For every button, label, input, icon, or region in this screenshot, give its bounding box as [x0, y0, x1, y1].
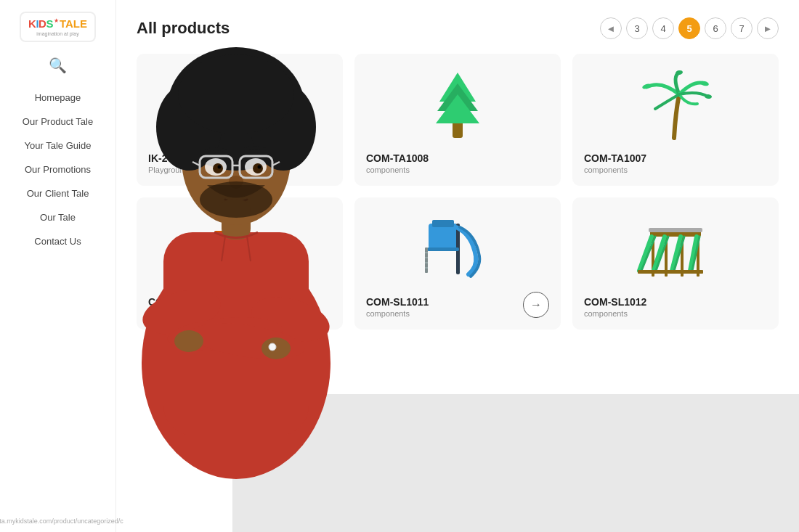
svg-rect-27: [432, 220, 454, 227]
product-category-com-sl1012: components: [584, 309, 628, 318]
card-arrow-button-sl1011[interactable]: →: [523, 292, 549, 318]
sidebar-item-our-product-tale[interactable]: Our Product Tale: [23, 110, 93, 134]
product-name-com-sl1012: COM-SL1012: [584, 296, 646, 308]
pagination-page-5[interactable]: 5: [678, 17, 700, 39]
product-category-ik2009: Playgrounds: [148, 165, 192, 174]
svg-point-48: [174, 330, 203, 352]
search-button[interactable]: 🔍: [49, 57, 67, 74]
pagination-page-4[interactable]: 4: [652, 17, 674, 39]
blue-slide-svg: [421, 213, 494, 285]
svg-rect-30: [425, 247, 428, 273]
bottom-bar: [232, 394, 799, 532]
pagination-page-3[interactable]: 3: [626, 17, 648, 39]
product-name-hidden: CO...: [148, 296, 172, 308]
playground-svg: [203, 73, 276, 138]
svg-point-11: [232, 78, 240, 87]
hidden-product-svg: [211, 220, 269, 278]
product-name-com-ta1008: COM-TA1008: [366, 152, 429, 164]
search-container[interactable]: 🔍: [49, 57, 67, 74]
product-card-ik2009[interactable]: IK-2009 Playgrounds: [137, 54, 343, 186]
product-category-hidden: co...: [148, 309, 163, 318]
product-image-hidden: [148, 209, 331, 289]
sidebar-item-contact-us[interactable]: Contact Us: [23, 229, 93, 253]
product-card-com-sl1011[interactable]: COM-SL1011 components →: [354, 197, 561, 330]
prev-arrow-icon: ◄: [607, 23, 616, 34]
product-card-hidden[interactable]: CO... co...: [137, 197, 343, 330]
product-image-com-sl1011: [366, 209, 549, 289]
product-category-com-ta1008: components: [366, 165, 410, 174]
arrow-right-icon: →: [530, 298, 542, 311]
pagination-prev[interactable]: ◄: [600, 17, 622, 39]
svg-rect-2: [261, 102, 264, 131]
palm-svg: [639, 69, 712, 142]
tree-svg: [429, 69, 487, 142]
sidebar-item-our-promotions[interactable]: Our Promotions: [23, 157, 93, 181]
svg-rect-40: [649, 228, 702, 232]
product-image-com-ta1008: [366, 65, 549, 145]
pagination: ◄ 3 4 5 6 7 ►: [600, 17, 779, 39]
svg-rect-29: [427, 247, 459, 251]
sidebar: KIDS ★ TALE imagination at play 🔍 Homepa…: [0, 0, 116, 532]
sidebar-item-your-tale-guide[interactable]: Your Tale Guide: [23, 134, 93, 157]
product-name-ik2009: IK-2009: [148, 152, 184, 164]
page-4-label: 4: [660, 23, 665, 34]
page-header: All products ◄ 3 4 5 6 7: [137, 17, 779, 39]
pagination-page-7[interactable]: 7: [731, 17, 753, 39]
page-title: All products: [137, 19, 230, 38]
svg-point-49: [261, 337, 291, 359]
pagination-next[interactable]: ►: [757, 17, 779, 39]
sidebar-item-our-tale[interactable]: Our Tale: [23, 205, 93, 229]
page-7-label: 7: [739, 23, 744, 34]
next-arrow-icon: ►: [763, 23, 773, 34]
product-name-com-ta1007: COM-TA1007: [584, 152, 646, 164]
product-image-ik2009: [148, 65, 331, 145]
product-card-com-sl1012[interactable]: COM-SL1012 components: [572, 197, 779, 330]
product-category-com-sl1011: components: [366, 309, 410, 318]
sidebar-item-homepage[interactable]: Homepage: [23, 86, 93, 110]
svg-point-50: [269, 343, 276, 351]
logo[interactable]: KIDS ★ TALE imagination at play: [20, 12, 96, 42]
product-card-com-ta1007[interactable]: COM-TA1007 components: [572, 54, 779, 186]
svg-rect-21: [214, 234, 220, 274]
page-5-label: 5: [686, 23, 691, 34]
multi-slide-svg: [636, 216, 715, 282]
svg-point-12: [214, 81, 222, 88]
search-icon: 🔍: [49, 57, 67, 73]
svg-rect-25: [254, 260, 260, 274]
sidebar-item-our-client-tale[interactable]: Our Client Tale: [23, 181, 93, 205]
page-3-label: 3: [634, 23, 639, 34]
logo-tagline: imagination at play: [28, 31, 87, 36]
product-image-com-sl1012: [584, 209, 767, 289]
sidebar-nav: Homepage Our Product Tale Your Tale Guid…: [23, 86, 93, 253]
svg-rect-0: [211, 94, 214, 131]
product-name-com-sl1011: COM-SL1011: [366, 296, 429, 308]
product-grid: IK-2009 Playgrounds COM-TA1008 component…: [137, 54, 779, 330]
page-6-label: 6: [713, 23, 718, 34]
product-image-com-ta1007: [584, 65, 767, 145]
main-content: All products ◄ 3 4 5 6 7: [116, 0, 799, 532]
svg-rect-26: [429, 224, 458, 249]
product-card-com-ta1008[interactable]: COM-TA1008 components: [354, 54, 561, 186]
url-bar: beta.mykidstale.com/product/uncategorize…: [0, 517, 129, 525]
svg-rect-41: [638, 270, 703, 274]
pagination-page-6[interactable]: 6: [705, 17, 726, 39]
product-category-com-ta1007: components: [584, 165, 628, 174]
